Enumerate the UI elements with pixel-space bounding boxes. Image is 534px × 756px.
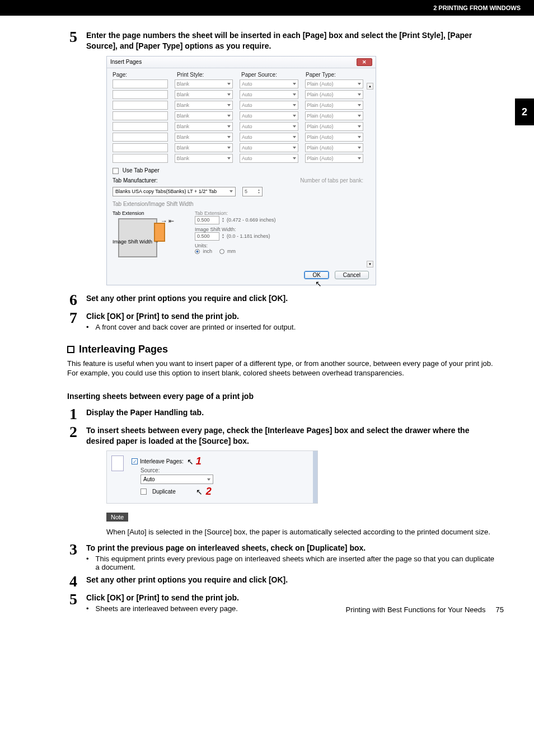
spinner-arrows-icon[interactable]: ▲▼ (222, 217, 224, 223)
duplicate-label: Duplicate (152, 489, 176, 495)
step-number-5: 5 (67, 29, 79, 285)
unit-inch-radio[interactable] (195, 249, 200, 254)
print-style-select[interactable]: Blank (175, 122, 233, 131)
paper-source-select[interactable]: Auto (240, 101, 298, 110)
chevron-down-icon (358, 83, 361, 85)
paper-source-select[interactable]: Auto (240, 79, 298, 88)
tabs-per-bank-label: Number of tabs per bank: (300, 177, 363, 184)
chevron-down-icon (227, 93, 231, 96)
paper-source-select[interactable]: Auto (240, 90, 298, 99)
col-page: Page: (113, 72, 170, 78)
scroll-up-icon[interactable]: ▲ (367, 83, 373, 90)
paper-source-select[interactable]: Auto (240, 143, 298, 152)
page-input[interactable] (113, 79, 168, 88)
close-button[interactable]: ✕ (357, 58, 372, 66)
istep-number-5: 5 (67, 591, 79, 613)
cancel-button[interactable]: Cancel (335, 271, 369, 279)
chevron-down-icon (358, 93, 361, 96)
paper-type-select[interactable]: Plain (Auto) (305, 101, 364, 110)
page-input[interactable] (113, 122, 168, 131)
interleave-pages-label: Interleave Pages: (140, 458, 184, 464)
use-tab-paper-checkbox[interactable] (113, 168, 119, 174)
print-style-select[interactable]: Blank (175, 143, 233, 152)
page-input[interactable] (113, 143, 168, 152)
istep-2-title: To insert sheets between every page, che… (86, 425, 498, 447)
unit-mm-radio[interactable] (219, 249, 224, 254)
chevron-down-icon (229, 190, 233, 192)
page-input[interactable] (113, 154, 168, 163)
page-footer: Printing with Best Functions for Your Ne… (346, 605, 504, 614)
page-input[interactable] (113, 133, 168, 142)
col-paper-type: Paper Type: (306, 72, 363, 78)
cursor-icon: ↖ (315, 279, 322, 288)
print-style-select[interactable]: Blank (175, 133, 233, 142)
paper-source-select[interactable]: Auto (240, 111, 298, 120)
chevron-down-icon (293, 115, 296, 117)
step-7-bullet: A front cover and back cover are printed… (96, 323, 296, 331)
tab-manufacturer-select[interactable]: Blanks USA copy Tabs(5Banks) LT + 1/2" T… (113, 187, 236, 196)
paper-type-select[interactable]: Plain (Auto) (305, 90, 364, 99)
chevron-down-icon (293, 157, 296, 159)
chapter-side-tab: 2 (515, 98, 534, 125)
chevron-down-icon (358, 115, 361, 117)
source-select[interactable]: Auto (140, 475, 213, 484)
dialog-title: Insert Pages (110, 59, 142, 65)
paper-source-select[interactable]: Auto (240, 133, 298, 142)
page-input[interactable] (113, 111, 168, 120)
chevron-down-icon (293, 93, 296, 96)
callout-1: 1 (196, 456, 202, 467)
chevron-down-icon (227, 157, 231, 159)
chevron-down-icon (227, 147, 231, 149)
image-shift-field[interactable]: 0.500 (195, 232, 219, 241)
print-style-select[interactable]: Blank (175, 79, 233, 88)
page-input[interactable] (113, 90, 168, 99)
istep-number-4: 4 (67, 574, 79, 589)
ok-button[interactable]: OK (304, 271, 329, 279)
interleaving-heading: Interleaving Pages (79, 344, 168, 355)
tab-diagram-icon (118, 218, 157, 257)
page-input[interactable] (113, 101, 168, 110)
istep-4-title: Set any other print options you require … (86, 575, 498, 585)
step-5-title: Enter the page numbers the sheet will be… (86, 30, 498, 51)
paper-type-select[interactable]: Plain (Auto) (305, 143, 364, 152)
image-shift-range: (0.0 - 1.181 inches) (227, 233, 270, 239)
paper-type-select[interactable]: Plain (Auto) (305, 133, 364, 142)
paper-type-select[interactable]: Plain (Auto) (305, 122, 364, 131)
scrollbar[interactable]: ▲ ▼ (367, 83, 373, 267)
paper-source-select[interactable]: Auto (240, 122, 298, 131)
spinner-arrows-icon[interactable]: ▲▼ (222, 233, 224, 239)
chevron-down-icon (227, 83, 231, 85)
panel-edge (313, 451, 317, 503)
footer-text: Printing with Best Functions for Your Ne… (346, 605, 486, 614)
bullet-icon (86, 323, 91, 331)
bullet-icon (86, 555, 91, 571)
paper-type-select[interactable]: Plain (Auto) (305, 79, 364, 88)
interleaving-subheading: Inserting sheets between every page of a… (67, 392, 498, 401)
units-label: Units: (195, 243, 276, 248)
paper-type-select[interactable]: Plain (Auto) (305, 111, 364, 120)
print-style-select[interactable]: Blank (175, 111, 233, 120)
tabs-per-bank-spinner[interactable]: 5 ▲▼ (242, 187, 263, 196)
print-style-select[interactable]: Blank (175, 101, 233, 110)
step-number-7: 7 (67, 310, 79, 331)
interleave-pages-checkbox[interactable]: ✓ Interleave Pages: (132, 458, 184, 464)
document-icon (111, 456, 124, 471)
note-badge: Note (106, 513, 128, 522)
arrow-left-icon: ⇤ (168, 217, 174, 225)
interleave-panel: ✓ Interleave Pages: ↖ 1 Source: Auto (106, 450, 318, 504)
image-shift-diagram-label: Image Shift Width → (113, 240, 159, 245)
step-number-6: 6 (67, 292, 79, 308)
tab-extension-value-label: Tab Extension: (195, 210, 276, 216)
paper-source-select[interactable]: Auto (240, 154, 298, 163)
print-style-select[interactable]: Blank (175, 90, 233, 99)
duplicate-checkbox[interactable] (140, 489, 147, 495)
paper-type-select[interactable]: Plain (Auto) (305, 154, 364, 163)
istep-number-1: 1 (67, 406, 79, 422)
istep-5-title: Click [OK] or [Print] to send the print … (86, 593, 498, 603)
print-style-select[interactable]: Blank (175, 154, 233, 163)
tab-extension-field[interactable]: 0.500 (195, 216, 219, 224)
scroll-down-icon[interactable]: ▼ (367, 261, 373, 267)
istep-number-2: 2 (67, 424, 79, 537)
istep-5-bullet: Sheets are interleaved between every pag… (96, 604, 238, 613)
tab-ext-img-shift-label: Tab Extension/Image Shift Width (113, 201, 363, 207)
